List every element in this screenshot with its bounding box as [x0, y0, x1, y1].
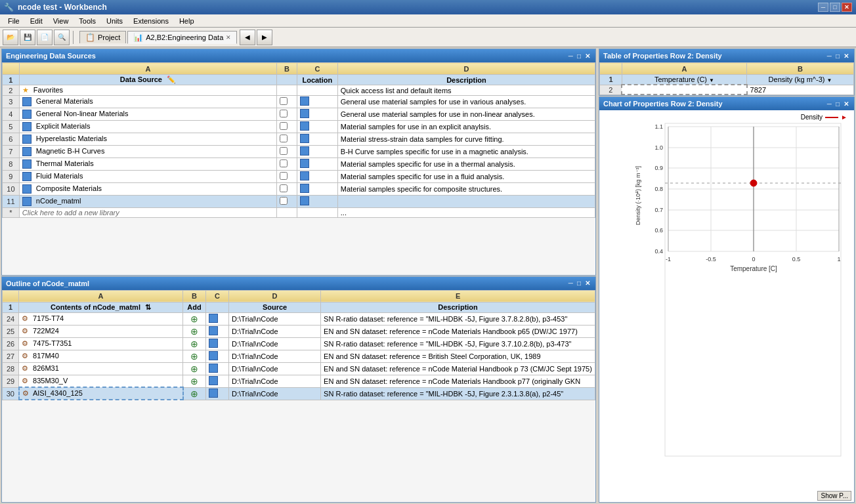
restore-panel-btn[interactable]: □ — [576, 52, 582, 60]
data-source-name[interactable]: Explicit Materials — [19, 121, 276, 133]
add-cell[interactable]: ⊕ — [183, 337, 206, 350]
table-row[interactable]: 7 Magnetic B-H Curves B-H Curve samples … — [3, 146, 595, 158]
data-source-name[interactable]: nCode_matml — [19, 196, 276, 208]
properties-data-row[interactable]: 2 7827 — [600, 85, 854, 94]
minimize-panel-btn-3[interactable]: ─ — [826, 52, 833, 60]
menu-units[interactable]: Units — [101, 16, 128, 26]
data-source-name[interactable]: Fluid Materials — [19, 171, 276, 183]
material-icon: ⚙ — [22, 327, 28, 335]
back-button[interactable]: ◀ — [240, 30, 255, 45]
data-source-name[interactable]: Magnetic B-H Curves — [19, 146, 276, 158]
restore-panel-btn-2[interactable]: □ — [576, 280, 582, 287]
density-value[interactable]: 7827 — [747, 85, 854, 94]
menu-file[interactable]: File — [3, 16, 25, 26]
close-panel-btn-2[interactable]: ✕ — [584, 280, 591, 287]
checkbox[interactable] — [280, 147, 288, 155]
data-source-name[interactable]: Thermal Materials — [19, 158, 276, 171]
table-row[interactable]: 2 ★ Favorites Quick access list and defa… — [3, 85, 595, 96]
table-row[interactable]: 11 nCode_matml — [3, 196, 595, 208]
list-item[interactable]: 29 ⚙ 835M30_V ⊕ D:\Trial\nCode EN and SN… — [3, 375, 595, 387]
menu-view[interactable]: View — [48, 16, 74, 26]
table-row[interactable]: 5 Explicit Materials Material samples fo… — [3, 121, 595, 133]
close-panel-btn-4[interactable]: ✕ — [842, 100, 850, 108]
minimize-panel-btn[interactable]: ─ — [567, 52, 574, 60]
close-button[interactable]: ✕ — [842, 3, 852, 12]
minimize-panel-btn-4[interactable]: ─ — [826, 100, 833, 108]
table-row[interactable]: 10 Composite Materials Material samples … — [3, 183, 595, 196]
menu-extensions[interactable]: Extensions — [128, 16, 174, 26]
show-p-button[interactable]: Show P... — [817, 491, 851, 501]
material-name[interactable]: ⚙ AISI_4340_125 — [19, 387, 183, 400]
open-button[interactable]: 📂 — [3, 30, 18, 45]
checkbox[interactable] — [280, 197, 288, 205]
row-num: 10 — [3, 183, 20, 196]
add-cell[interactable]: ⊕ — [183, 350, 206, 362]
new-button[interactable]: 📄 — [37, 30, 53, 45]
list-item[interactable]: 30 ⚙ AISI_4340_125 ⊕ D:\Trial\nCode SN R… — [3, 387, 595, 400]
list-item[interactable]: 27 ⚙ 817M40 ⊕ D:\Trial\nCode EN and SN d… — [3, 350, 595, 362]
material-name[interactable]: ⚙ 7475-T7351 — [19, 337, 183, 350]
add-cell[interactable]: ⊕ — [183, 362, 206, 375]
list-item[interactable]: 26 ⚙ 7475-T7351 ⊕ D:\Trial\nCode SN R-ra… — [3, 337, 595, 350]
checkbox[interactable] — [280, 110, 288, 117]
table-row[interactable]: 6 Hyperelastic Materials Material stress… — [3, 133, 595, 146]
close-panel-btn[interactable]: ✕ — [584, 52, 591, 60]
table-row[interactable]: 3 General Materials General use material… — [3, 96, 595, 108]
tab-project[interactable]: 📋 Project — [79, 31, 126, 43]
extra-button[interactable]: 🔍 — [54, 30, 70, 45]
forward-button[interactable]: ▶ — [257, 30, 272, 45]
location-icon — [300, 171, 309, 180]
location-icon — [300, 121, 309, 131]
add-cell[interactable]: ⊕ — [183, 325, 206, 337]
data-source-name[interactable]: Composite Materials — [19, 183, 276, 196]
data-source-name[interactable]: Hyperelastic Materials — [19, 133, 276, 146]
location-icon — [300, 96, 309, 106]
add-cell[interactable]: ⊕ — [183, 387, 206, 400]
dropdown-arrow[interactable]: ▼ — [709, 77, 714, 83]
add-cell[interactable]: ⊕ — [183, 312, 206, 325]
menu-tools[interactable]: Tools — [74, 16, 101, 26]
restore-panel-btn-3[interactable]: □ — [834, 52, 841, 60]
menu-edit[interactable]: Edit — [25, 16, 48, 26]
checkbox[interactable] — [280, 122, 288, 130]
eng-data-grid[interactable]: A B C D 1 Data Source ✏️ — [2, 62, 595, 275]
checkbox[interactable] — [280, 135, 288, 142]
table-row[interactable]: 8 Thermal Materials Material samples spe… — [3, 158, 595, 171]
add-library-row[interactable]: * Click here to add a new library ... — [3, 208, 595, 218]
tab-engineering-data[interactable]: 📊 A2,B2:Engineering Data ✕ — [127, 31, 237, 44]
outline-title: Outline of nCode_matml — [6, 280, 89, 287]
list-item[interactable]: 28 ⚙ 826M31 ⊕ D:\Trial\nCode EN and SN d… — [3, 362, 595, 375]
properties-grid[interactable]: A B 1 Temperature (C) ▼ Densit — [599, 62, 854, 95]
minimize-panel-btn-2[interactable]: ─ — [567, 280, 574, 287]
list-item[interactable]: 24 ⚙ 7175-T74 ⊕ D:\Trial\nCode SN R-rati… — [3, 312, 595, 325]
restore-panel-btn-4[interactable]: □ — [834, 100, 841, 108]
table-row[interactable]: 9 Fluid Materials Material samples speci… — [3, 171, 595, 183]
save-button[interactable]: 💾 — [20, 30, 35, 45]
temp-value[interactable] — [622, 85, 746, 94]
b-cell — [276, 146, 297, 158]
checkbox[interactable] — [280, 172, 288, 180]
data-source-name[interactable]: ★ Favorites — [19, 85, 276, 96]
minimize-button[interactable]: ─ — [818, 3, 828, 12]
menu-help[interactable]: Help — [174, 16, 200, 26]
material-name[interactable]: ⚙ 7175-T74 — [19, 312, 183, 325]
row-num: 5 — [3, 121, 20, 133]
tab-close-button[interactable]: ✕ — [226, 34, 231, 41]
checkbox[interactable] — [280, 159, 288, 167]
material-name[interactable]: ⚙ 826M31 — [19, 362, 183, 375]
close-panel-btn-3[interactable]: ✕ — [842, 52, 850, 60]
checkbox[interactable] — [280, 184, 288, 192]
data-source-name[interactable]: General Materials — [19, 96, 276, 108]
table-row[interactable]: 4 General Non-linear Materials General u… — [3, 108, 595, 121]
outline-grid[interactable]: A B C D E 1 Contents of nCode_matml — [2, 290, 595, 503]
add-cell[interactable]: ⊕ — [183, 375, 206, 387]
material-name[interactable]: ⚙ 722M24 — [19, 325, 183, 337]
checkbox[interactable] — [280, 97, 288, 105]
data-source-name[interactable]: General Non-linear Materials — [19, 108, 276, 121]
add-library-cell[interactable]: Click here to add a new library — [19, 208, 276, 218]
material-name[interactable]: ⚙ 817M40 — [19, 350, 183, 362]
material-name[interactable]: ⚙ 835M30_V — [19, 375, 183, 387]
maximize-button[interactable]: □ — [830, 3, 840, 12]
dropdown-arrow-2[interactable]: ▼ — [827, 77, 832, 83]
list-item[interactable]: 25 ⚙ 722M24 ⊕ D:\Trial\nCode EN and SN d… — [3, 325, 595, 337]
